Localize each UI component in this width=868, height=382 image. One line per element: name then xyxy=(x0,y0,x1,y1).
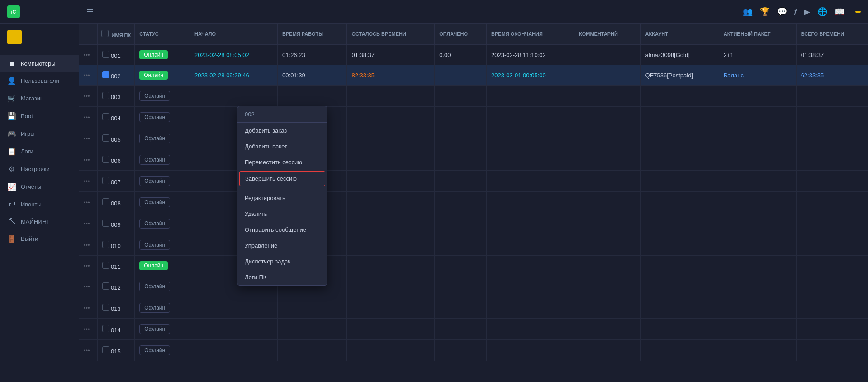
brand-button[interactable] xyxy=(855,11,861,13)
select-all-checkbox[interactable] xyxy=(101,30,109,37)
sidebar-item-reports[interactable]: 📈Отчёты xyxy=(0,178,79,196)
row-package-r5 xyxy=(719,128,796,149)
row-checkbox-r4[interactable] xyxy=(102,113,109,120)
facebook-icon[interactable]: f xyxy=(794,8,797,15)
table-row[interactable]: ••• 002Онлайн2023-02-28 09:29:4600:01:39… xyxy=(79,65,868,86)
youtube-icon[interactable]: ▶ xyxy=(804,7,810,17)
row-paid-r1: 0.00 xyxy=(435,45,487,65)
context-menu-item-end-session[interactable]: Завершить сессию xyxy=(239,171,325,186)
row-checkbox-r11[interactable] xyxy=(102,262,109,269)
table-area[interactable]: ИМЯ ПКСТАТУСНАЧАЛОВРЕМЯ РАБОТЫОСТАЛОСЬ В… xyxy=(79,24,868,382)
table-row[interactable]: ••• 013Офлайн xyxy=(79,297,868,319)
table-row[interactable]: ••• 012Офлайн xyxy=(79,276,868,297)
row-checkbox-r1[interactable] xyxy=(102,51,109,58)
row-checkbox-r8[interactable] xyxy=(102,198,109,205)
hamburger-icon[interactable]: ☰ xyxy=(86,7,94,17)
row-checkbox-r7[interactable] xyxy=(102,177,109,184)
table-row[interactable]: ••• 011Онлайн xyxy=(79,256,868,276)
table-row[interactable]: ••• 004Офлайн xyxy=(79,107,868,128)
row-dots-r4[interactable]: ••• xyxy=(79,107,97,128)
online-badge: Онлайн xyxy=(139,50,168,59)
row-dots-r14[interactable]: ••• xyxy=(79,319,97,340)
sidebar-item-shop[interactable]: 🛒Магазин xyxy=(0,90,79,107)
table-row[interactable]: ••• 014Офлайн xyxy=(79,319,868,340)
row-dots-r8[interactable]: ••• xyxy=(79,192,97,213)
trophy-icon[interactable]: 🏆 xyxy=(760,7,770,17)
context-menu-item-send-message[interactable]: Отправить сообщение xyxy=(237,222,327,238)
table-row[interactable]: ••• 005Офлайн xyxy=(79,128,868,149)
row-dots-r2[interactable]: ••• xyxy=(79,65,97,86)
row-dots-r13[interactable]: ••• xyxy=(79,297,97,319)
context-menu-item-add-package[interactable]: Добавить пакет xyxy=(237,138,327,154)
context-menu-item-add-order[interactable]: Добавить заказ xyxy=(237,123,327,138)
row-account-r11 xyxy=(640,256,719,276)
table-row[interactable]: ••• 009Офлайн xyxy=(79,213,868,234)
row-dots-r9[interactable]: ••• xyxy=(79,213,97,234)
context-menu: 002Добавить заказДобавить пакетПеремести… xyxy=(237,106,327,286)
row-checkbox-r3[interactable] xyxy=(102,92,109,99)
row-name-r6: 006 xyxy=(97,149,135,171)
sidebar-item-logs[interactable]: 📋Логи xyxy=(0,143,79,160)
row-dots-r12[interactable]: ••• xyxy=(79,276,97,297)
row-dots-r11[interactable]: ••• xyxy=(79,256,97,276)
row-paid-r3 xyxy=(435,86,487,107)
row-checkbox-r12[interactable] xyxy=(102,282,109,290)
row-dots-r7[interactable]: ••• xyxy=(79,171,97,192)
sidebar-item-mining[interactable]: ⛏МАЙНИНГ xyxy=(0,213,79,230)
globe-icon[interactable]: 🌐 xyxy=(817,7,827,17)
book-icon[interactable]: 📖 xyxy=(835,7,844,17)
row-checkbox-r14[interactable] xyxy=(102,325,109,332)
sidebar-label-logs: Логи xyxy=(21,148,33,155)
table-row[interactable]: ••• 006Офлайн xyxy=(79,149,868,171)
context-menu-item-pc-logs[interactable]: Логи ПК xyxy=(237,269,327,285)
offline-badge: Офлайн xyxy=(139,345,170,355)
context-menu-item-management[interactable]: Управление xyxy=(237,238,327,253)
row-paid-r12 xyxy=(435,276,487,297)
row-checkbox-r9[interactable] xyxy=(102,220,109,227)
row-dots-r3[interactable]: ••• xyxy=(79,86,97,107)
row-checkbox-r10[interactable] xyxy=(102,241,109,248)
row-dots-r6[interactable]: ••• xyxy=(79,149,97,171)
sidebar-item-settings[interactable]: ⚙Настройки xyxy=(0,160,79,178)
sidebar-item-users[interactable]: 👤Пользователи xyxy=(0,72,79,90)
row-checkbox-r13[interactable] xyxy=(102,304,109,311)
table-row[interactable]: ••• 008Офлайн xyxy=(79,192,868,213)
row-dots-r15[interactable]: ••• xyxy=(79,340,97,361)
row-pc-name-r10: 010 xyxy=(109,243,121,249)
table-row[interactable]: ••• 015Офлайн xyxy=(79,340,868,361)
sidebar-item-games[interactable]: 🎮Игры xyxy=(0,125,79,143)
row-dots-r5[interactable]: ••• xyxy=(79,128,97,149)
row-pc-name-r7: 007 xyxy=(109,179,121,186)
row-name-r4: 004 xyxy=(97,107,135,128)
row-endtime-r6 xyxy=(486,149,574,171)
context-menu-item-move-session[interactable]: Переместить сессию xyxy=(237,154,327,170)
table-row[interactable]: ••• 007Офлайн xyxy=(79,171,868,192)
row-account-r8 xyxy=(640,192,719,213)
row-account-r9 xyxy=(640,213,719,234)
row-checkbox-r15[interactable] xyxy=(102,346,109,353)
row-name-r13: 013 xyxy=(97,297,135,319)
context-menu-item-task-manager[interactable]: Диспетчер задач xyxy=(237,253,327,269)
chat-icon[interactable]: 💬 xyxy=(777,7,787,17)
table-row[interactable]: ••• 010Офлайн xyxy=(79,234,868,256)
row-checkbox-r5[interactable] xyxy=(102,134,109,142)
row-name-r3: 003 xyxy=(97,86,135,107)
context-menu-item-edit[interactable]: Редактировать xyxy=(237,190,327,206)
row-checkbox-r2[interactable] xyxy=(102,71,109,78)
sidebar-item-events[interactable]: 🏷Ивенты xyxy=(0,196,79,213)
table-row[interactable]: ••• 003Офлайн xyxy=(79,86,868,107)
row-dots-r1[interactable]: ••• xyxy=(79,45,97,65)
row-paid-r4 xyxy=(435,107,487,128)
context-menu-header: 002 xyxy=(237,106,327,123)
row-checkbox-r6[interactable] xyxy=(102,156,109,163)
content-area: ИМЯ ПКСТАТУСНАЧАЛОВРЕМЯ РАБОТЫОСТАЛОСЬ В… xyxy=(79,24,868,382)
table-row[interactable]: ••• 001Онлайн2023-02-28 08:05:0201:26:23… xyxy=(79,45,868,65)
members-icon[interactable]: 👥 xyxy=(743,7,753,17)
sidebar-item-computers[interactable]: 🖥Компьютеры xyxy=(0,55,79,72)
row-account-r14 xyxy=(640,319,719,340)
sidebar-item-logout[interactable]: 🚪Выйти xyxy=(0,230,79,248)
sidebar-item-boot[interactable]: 💾Boot xyxy=(0,107,79,125)
row-dots-r10[interactable]: ••• xyxy=(79,234,97,256)
row-endtime-r14 xyxy=(486,319,574,340)
context-menu-item-delete[interactable]: Удалить xyxy=(237,206,327,222)
